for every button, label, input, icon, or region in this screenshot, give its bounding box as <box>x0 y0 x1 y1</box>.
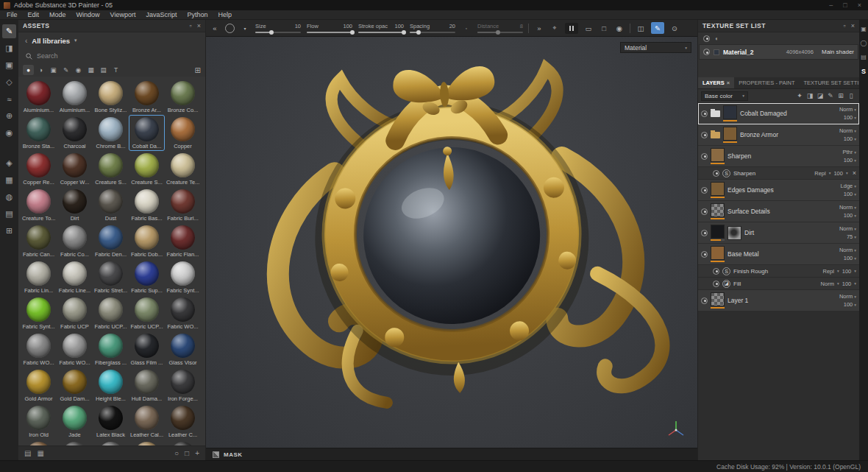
refresh-icon[interactable]: ○ <box>174 449 179 457</box>
material-item[interactable]: Fabric Bas... <box>129 187 165 223</box>
material-item[interactable]: Iron Forge... <box>165 367 201 404</box>
material-item[interactable]: Fabric Synt... <box>21 295 57 331</box>
channel-select[interactable]: Base color ▾ <box>701 91 748 101</box>
remove-effect-button[interactable]: × <box>853 169 856 177</box>
add-folder-icon[interactable]: ⊞ <box>836 91 846 101</box>
tab-texture-set-settings[interactable]: TEXTURE SET SETTINGS <box>800 77 868 88</box>
material-item[interactable]: Fabric WO... <box>21 331 57 367</box>
viewport-settings-icon[interactable]: ◯ <box>861 40 867 46</box>
opacity-value[interactable]: 75▾ <box>847 233 856 240</box>
menu-file[interactable]: File <box>1 11 23 18</box>
maximize-icon[interactable]: □ <box>843 1 847 9</box>
visibility-toggle[interactable] <box>701 208 708 215</box>
smudge-tool[interactable]: ≈ <box>2 92 16 106</box>
material-item[interactable]: Iron Old <box>21 404 57 440</box>
menu-javascript[interactable]: JavaScript <box>140 11 182 18</box>
material-item[interactable]: Gold Dam... <box>57 367 93 404</box>
visibility-toggle[interactable] <box>701 132 708 138</box>
menu-edit[interactable]: Edit <box>23 11 45 18</box>
material-item[interactable] <box>129 440 165 445</box>
menu-help[interactable]: Help <box>213 11 237 18</box>
layer-row[interactable]: Dirt Norm▾ 75▾ <box>698 222 859 244</box>
paint-layer-icon[interactable]: ✎ <box>825 91 836 101</box>
material-item[interactable]: Glass Film ... <box>129 331 165 367</box>
add-resource-icon[interactable]: + <box>195 449 199 457</box>
shelf-icon[interactable]: □ <box>185 449 189 457</box>
effect-row[interactable]: S Sharpen Repl▾ 100▾ × <box>698 167 859 180</box>
slider-stroke-opac[interactable]: Stroke opac100 <box>358 24 404 33</box>
material-item[interactable]: Fabric Sup... <box>129 259 165 295</box>
opacity-value[interactable]: 100 <box>842 268 852 275</box>
material-item[interactable]: Aluminium... <box>57 79 93 115</box>
visibility-toggle[interactable] <box>713 268 719 275</box>
material-item[interactable] <box>165 440 201 445</box>
model-3d[interactable] <box>213 46 691 414</box>
dock-icon[interactable]: ▤ <box>861 54 867 60</box>
opacity-value[interactable]: 100▾ <box>844 114 856 121</box>
material-item[interactable]: Leather C... <box>165 404 201 440</box>
plugins-tool[interactable]: ⊞ <box>2 224 16 238</box>
lazy-mouse-icon[interactable]: ▭ <box>583 22 594 34</box>
detail-view-icon[interactable]: ▦ <box>37 449 43 457</box>
material-item[interactable]: Creature Te... <box>165 151 201 187</box>
material-item[interactable]: Fabric Can... <box>21 223 57 259</box>
material-item[interactable]: Copper <box>165 115 201 151</box>
material-picker-tool[interactable]: ◉ <box>2 126 16 140</box>
opacity-value[interactable]: 100▾ <box>844 212 856 219</box>
collapse-panel-icon[interactable]: « <box>210 22 220 34</box>
smart-materials-filter-icon[interactable]: ◑ <box>35 65 46 75</box>
geometry-mask-tool[interactable]: ◈ <box>2 156 16 170</box>
viewport-mode-select[interactable]: Material ▾ <box>620 42 691 53</box>
visibility-all-icon[interactable] <box>703 35 710 42</box>
material-item[interactable]: Leather Cal... <box>129 404 165 440</box>
effect-row[interactable]: ◪ Fill Norm▾ 100▾ <box>698 278 859 290</box>
slider-size[interactable]: Size10 <box>255 24 301 33</box>
slider-spacing[interactable]: Spacing20 <box>410 24 455 33</box>
visibility-toggle[interactable] <box>701 230 708 236</box>
fullscreen-viewport-icon[interactable]: □ <box>599 22 609 34</box>
material-item[interactable]: Fabric Burl... <box>165 187 201 223</box>
material-item[interactable]: Fabric Dob... <box>129 223 165 259</box>
blend-mode[interactable]: Norm▾ <box>839 106 856 113</box>
more-options-icon[interactable]: » <box>534 22 544 34</box>
material-item[interactable]: Gold Armor <box>21 367 57 404</box>
blend-mode[interactable]: Norm▾ <box>839 293 856 300</box>
smart-masks-filter-icon[interactable]: ▣ <box>48 65 59 75</box>
material-item[interactable] <box>57 440 93 445</box>
material-item[interactable]: Chrome B... <box>93 115 129 151</box>
bake-tool[interactable]: ◍ <box>2 190 16 204</box>
layer-row[interactable]: Layer 1 Norm▾ 100▾ <box>698 290 859 311</box>
material-item[interactable]: Bone Styliz... <box>93 79 129 115</box>
material-item[interactable]: Fiberglass ... <box>93 331 129 367</box>
grid-view-icon[interactable]: ⊞ <box>195 66 201 74</box>
fill-layer-icon[interactable]: ◪ <box>815 91 825 101</box>
material-item[interactable]: Fabric UCP... <box>129 295 165 331</box>
filters-filter-icon[interactable]: ▤ <box>98 65 109 75</box>
visibility-toggle[interactable] <box>713 170 719 177</box>
opacity-value[interactable]: 100▾ <box>844 191 856 197</box>
material-item[interactable]: Glass Visor <box>165 331 201 367</box>
undock-panel-icon[interactable]: ▫ <box>844 22 846 29</box>
tab-layers[interactable]: LAYERS× <box>698 77 734 88</box>
clone-tool[interactable]: ⊕ <box>2 109 16 123</box>
visibility-toggle[interactable] <box>701 153 708 160</box>
material-item[interactable]: Bronze Co... <box>165 79 201 115</box>
delete-layer-icon[interactable]: ▯ <box>846 91 856 101</box>
polygon-fill-tool[interactable]: ◇ <box>2 75 16 89</box>
substance-logo-icon[interactable]: S <box>861 68 866 75</box>
opacity-value[interactable]: 100▾ <box>844 157 856 163</box>
eraser-tool[interactable]: ◨ <box>2 41 16 55</box>
viewport-3d[interactable]: Material ▾ <box>206 37 697 448</box>
alphas-filter-icon[interactable]: ◉ <box>73 65 84 75</box>
material-item[interactable]: Charcoal <box>57 115 93 151</box>
blend-mode[interactable]: Repl <box>814 170 825 177</box>
opacity-value[interactable]: 100▾ <box>844 255 856 261</box>
slider-flow[interactable]: Flow100 <box>307 24 352 33</box>
pen-pressure-icon[interactable]: ◦ <box>461 22 472 34</box>
material-item[interactable]: Fabric WO... <box>57 331 93 367</box>
brushes-filter-icon[interactable]: ✎ <box>60 65 71 75</box>
blend-mode[interactable]: Ldge▾ <box>841 183 856 189</box>
visibility-toggle[interactable] <box>701 297 708 304</box>
material-item[interactable]: Creature S... <box>129 151 165 187</box>
material-item[interactable]: Fabric WO... <box>165 295 201 331</box>
